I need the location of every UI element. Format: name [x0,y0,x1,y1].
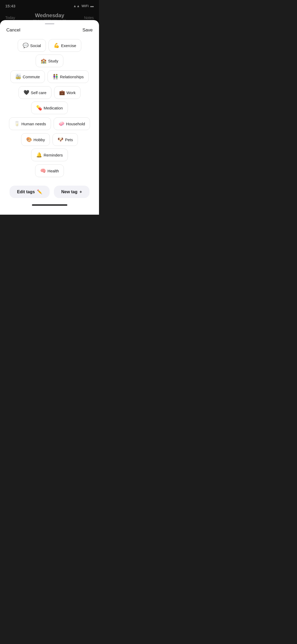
tags-row-4: 🥛 Human needs 🧼 Household [5,117,94,130]
tag-reminders[interactable]: 🔔 Reminders [31,149,68,161]
hobby-icon: 🎨 [26,137,32,142]
tag-hobby[interactable]: 🎨 Hobby [21,133,50,146]
commute-icon: 🚋 [15,74,21,80]
tag-exercise[interactable]: 💪 Exercise [49,39,81,52]
tag-social[interactable]: 💬 Social [18,39,46,52]
pets-icon: 🐶 [58,137,63,142]
tag-hobby-label: Hobby [34,137,45,142]
tag-study-label: Study [48,59,58,63]
work-icon: 💼 [59,90,65,95]
sheet-toolbar: Cancel Save [0,24,99,35]
tag-picker-sheet: Cancel Save 💬 Social 💪 Exercise 🏫 Study … [0,20,99,215]
tag-human-needs[interactable]: 🥛 Human needs [9,117,51,130]
bottom-actions: Edit tags ✏️ New tag + [0,182,99,202]
tags-row-2: 🚋 Commute 👫 Relationships [5,70,94,83]
tag-pets[interactable]: 🐶 Pets [53,133,78,146]
tag-relationships[interactable]: 👫 Relationships [48,70,89,83]
tag-self-care-label: Self care [31,90,46,95]
reminders-icon: 🔔 [36,152,42,158]
new-tag-button[interactable]: New tag + [54,186,89,198]
relationships-icon: 👫 [53,74,58,80]
tag-health[interactable]: 🧠 Health [35,164,64,177]
exercise-icon: 💪 [54,43,59,48]
tags-row-5: 🎨 Hobby 🐶 Pets 🔔 Reminders [5,133,94,161]
study-icon: 🏫 [41,58,46,64]
home-indicator [32,204,67,206]
edit-icon: ✏️ [37,189,42,194]
medication-icon: 💊 [36,105,42,111]
social-icon: 💬 [23,43,29,48]
tag-exercise-label: Exercise [61,43,76,48]
tags-row-1: 💬 Social 💪 Exercise 🏫 Study [5,39,94,67]
tag-work-label: Work [67,90,76,95]
tag-commute[interactable]: 🚋 Commute [10,70,45,83]
tag-relationships-label: Relationships [60,75,84,79]
tag-commute-label: Commute [23,75,40,79]
tag-social-label: Social [30,43,41,48]
tag-human-needs-label: Human needs [21,122,46,126]
tag-household[interactable]: 🧼 Household [54,117,90,130]
tag-work[interactable]: 💼 Work [54,86,81,99]
tag-health-label: Health [48,169,59,173]
household-icon: 🧼 [59,121,64,127]
edit-tags-label: Edit tags [17,190,35,194]
tag-household-label: Household [66,122,85,126]
tag-pets-label: Pets [65,137,73,142]
tag-medication-label: Medication [44,106,63,110]
tags-row-6: 🧠 Health [5,164,94,177]
tag-medication[interactable]: 💊 Medication [31,102,68,114]
sheet-save-button[interactable]: Save [82,27,93,33]
human-needs-icon: 🥛 [14,121,20,127]
plus-icon: + [79,190,82,194]
tags-row-3: 🖤 Self care 💼 Work 💊 Medication [5,86,94,114]
new-tag-label: New tag [61,190,77,194]
health-icon: 🧠 [40,168,46,174]
tags-container: 💬 Social 💪 Exercise 🏫 Study 🚋 Commute 👫 … [0,35,99,182]
edit-tags-button[interactable]: Edit tags ✏️ [10,186,50,198]
tag-self-care[interactable]: 🖤 Self care [18,86,51,99]
tag-reminders-label: Reminders [44,153,63,157]
sheet-cancel-button[interactable]: Cancel [6,27,20,33]
self-care-icon: 🖤 [23,90,29,95]
tag-study[interactable]: 🏫 Study [36,54,63,67]
